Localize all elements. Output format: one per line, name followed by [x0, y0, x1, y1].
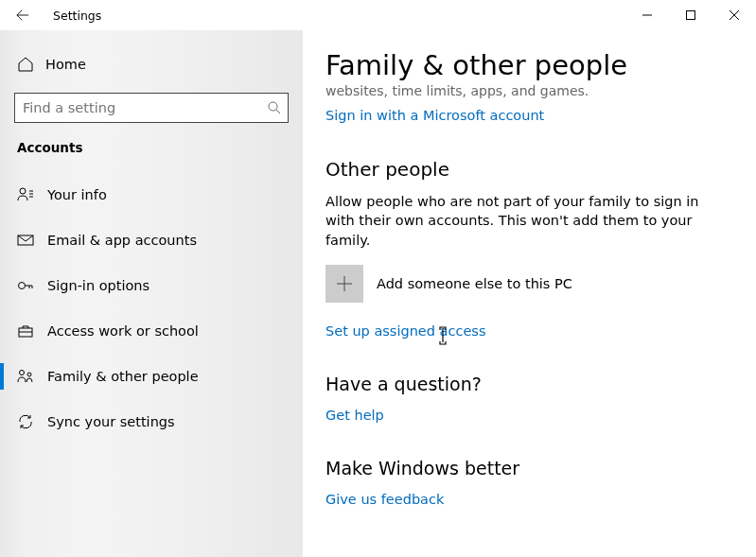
maximize-button[interactable]: [669, 0, 712, 30]
window-title: Settings: [53, 9, 101, 23]
briefcase-icon: [17, 322, 34, 339]
better-heading: Make Windows better: [325, 458, 718, 479]
category-label: Accounts: [0, 140, 303, 155]
svg-point-6: [20, 371, 25, 375]
signin-link[interactable]: Sign in with a Microsoft account: [325, 108, 544, 123]
arrow-left-icon: [16, 9, 29, 22]
content-pane: Family & other people websites, time lim…: [303, 30, 756, 557]
sidebar-item-label: Sync your settings: [47, 414, 175, 429]
sidebar-item-email[interactable]: Email & app accounts: [0, 218, 303, 263]
page-title: Family & other people: [325, 49, 718, 81]
other-people-heading: Other people: [325, 158, 718, 181]
sidebar-item-signin[interactable]: Sign-in options: [0, 263, 303, 308]
partial-description: websites, time limits, apps, and games.: [325, 83, 718, 98]
add-person-label: Add someone else to this PC: [377, 276, 572, 291]
maximize-icon: [686, 10, 695, 20]
titlebar: Settings: [0, 0, 756, 30]
sidebar-item-label: Email & app accounts: [47, 233, 197, 248]
svg-point-4: [19, 283, 26, 289]
svg-point-1: [269, 102, 277, 111]
question-heading: Have a question?: [325, 374, 718, 394]
home-button[interactable]: Home: [0, 45, 303, 83]
get-help-link[interactable]: Get help: [325, 408, 384, 423]
person-icon: [17, 186, 34, 203]
sync-icon: [17, 413, 34, 430]
svg-point-7: [27, 373, 31, 376]
svg-rect-0: [687, 11, 695, 20]
search-input[interactable]: [14, 93, 289, 123]
sidebar-item-label: Access work or school: [47, 323, 199, 339]
sidebar-item-work-school[interactable]: Access work or school: [0, 308, 303, 354]
search-icon: [268, 101, 281, 114]
add-person-button[interactable]: Add someone else to this PC: [325, 265, 718, 303]
minimize-icon: [642, 10, 652, 20]
close-button[interactable]: [712, 0, 756, 30]
other-people-desc: Allow people who are not part of your fa…: [325, 192, 718, 250]
back-button[interactable]: [0, 0, 45, 30]
mail-icon: [17, 232, 34, 249]
sidebar-item-family[interactable]: Family & other people: [0, 354, 303, 399]
home-icon: [17, 56, 34, 73]
sidebar-item-label: Your info: [47, 187, 107, 202]
key-icon: [17, 277, 34, 294]
home-label: Home: [45, 57, 86, 72]
assigned-access-link[interactable]: Set up assigned access: [325, 323, 485, 339]
sidebar-item-sync[interactable]: Sync your settings: [0, 399, 303, 444]
sidebar: Home Accounts Your info Email & app acco…: [0, 30, 303, 557]
family-icon: [17, 368, 34, 385]
close-icon: [730, 10, 739, 20]
sidebar-item-your-info[interactable]: Your info: [0, 172, 303, 218]
svg-point-2: [20, 188, 26, 194]
plus-icon: [325, 265, 363, 303]
feedback-link[interactable]: Give us feedback: [325, 492, 444, 507]
sidebar-item-label: Family & other people: [47, 369, 199, 384]
sidebar-item-label: Sign-in options: [47, 278, 149, 293]
minimize-button[interactable]: [625, 0, 669, 30]
